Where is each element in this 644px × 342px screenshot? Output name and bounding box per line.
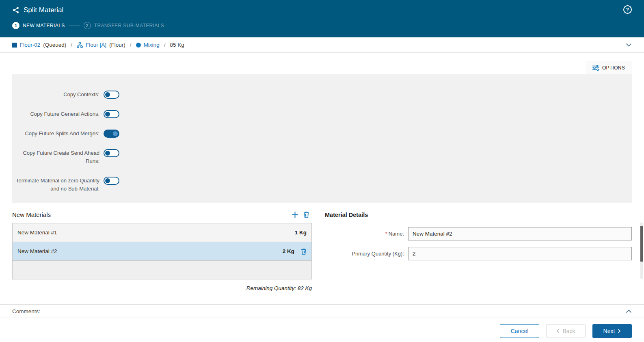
step-state-icon [136, 43, 141, 48]
next-chevron-icon [618, 329, 621, 333]
toggle-knob [105, 151, 110, 156]
terminate-material-toggle[interactable] [104, 177, 119, 185]
details-scrollbar[interactable] [640, 223, 643, 279]
step-label-1: NEW MATERIALS [23, 23, 65, 28]
row-delete-icon[interactable] [301, 248, 307, 255]
name-input[interactable] [408, 227, 632, 240]
toggle-row-copy-future-general-actions: Copy Future General Actions: [12, 110, 632, 118]
help-icon[interactable]: ? [623, 5, 632, 14]
cancel-button[interactable]: Cancel [500, 324, 539, 338]
wizard-steps: 1 NEW MATERIALS 2 TRANSFER SUB-MATERIALS [12, 22, 632, 29]
step-connector [69, 26, 80, 26]
flow-step-link[interactable]: Mixing [144, 42, 160, 48]
new-materials-section: New Materials New Material #1 1 Kg [12, 209, 312, 291]
toggle-label: Terminate Material on zero Quantity and … [12, 177, 99, 193]
copy-future-general-actions-toggle[interactable] [104, 110, 119, 118]
material-details-title: Material Details [325, 212, 632, 218]
options-panel: Copy Contexts: Copy Future General Actio… [12, 74, 632, 203]
breadcrumb-separator: / [130, 42, 132, 48]
cancel-label: Cancel [511, 328, 529, 334]
copy-future-create-send-ahead-toggle[interactable] [104, 149, 119, 157]
product-note: (Flour) [109, 42, 125, 48]
comments-label: Comments: [12, 308, 40, 314]
name-field-label: *Name: [325, 231, 408, 237]
material-state: (Queued) [43, 42, 66, 48]
material-row-empty [13, 261, 311, 279]
new-materials-title: New Materials [12, 211, 51, 218]
toggle-row-copy-future-splits-merges: Copy Future Splits And Merges: [12, 130, 632, 138]
material-row-qty: 2 Kg [283, 248, 294, 254]
material-details-section: Material Details *Name: Primary Quantity… [325, 209, 632, 291]
material-quantity: 85 Kg [170, 42, 184, 48]
add-material-button[interactable] [289, 210, 301, 219]
material-row-name: New Material #1 [17, 229, 57, 236]
remaining-quantity: Remaining Quantity: 82 Kg [12, 285, 312, 291]
material-link[interactable]: Flour-02 [20, 42, 40, 48]
delete-material-button[interactable] [301, 210, 312, 219]
split-share-icon [12, 6, 19, 14]
options-sliders-icon [592, 65, 599, 71]
toggle-row-terminate-material: Terminate Material on zero Quantity and … [12, 177, 632, 193]
toggle-row-copy-future-create-send-ahead: Copy Future Create Send Ahead Runs: [12, 149, 632, 165]
product-link[interactable]: Flour [A] [86, 42, 106, 48]
product-icon [77, 42, 83, 48]
required-asterisk: * [385, 231, 387, 237]
comments-bar: Comments: [0, 304, 644, 318]
breadcrumb: Flour-02 (Queued) / Flour [A] (Flour) / … [0, 37, 644, 53]
toggle-knob [105, 112, 110, 117]
toggle-knob [105, 178, 110, 183]
primary-quantity-field-label: Primary Quantity (Kg): [325, 251, 408, 257]
breadcrumb-collapse-chevron-icon[interactable] [626, 43, 632, 47]
material-square-icon [12, 43, 17, 48]
name-field-row: *Name: [325, 227, 632, 240]
material-row-qty: 1 Kg [295, 229, 307, 236]
copy-contexts-toggle[interactable] [104, 91, 119, 99]
toggle-label: Copy Contexts: [12, 91, 99, 99]
options-tab-label: OPTIONS [602, 65, 625, 71]
next-label: Next [603, 328, 615, 334]
step-new-materials[interactable]: 1 NEW MATERIALS [12, 22, 65, 29]
header: Split Material ? 1 NEW MATERIALS 2 TRANS… [0, 0, 644, 37]
copy-future-splits-merges-toggle[interactable] [104, 130, 119, 138]
details-scrollbar-thumb[interactable] [640, 226, 643, 262]
footer-actions: Cancel Back Next [0, 318, 644, 342]
toggle-label: Copy Future Splits And Merges: [12, 130, 99, 138]
back-label: Back [562, 328, 575, 334]
toggle-label: Copy Future Create Send Ahead Runs: [12, 149, 99, 165]
step-number-1: 1 [12, 22, 19, 29]
next-button[interactable]: Next [592, 324, 632, 338]
back-chevron-icon [556, 329, 560, 333]
toggle-label: Copy Future General Actions: [12, 110, 99, 118]
primary-quantity-field-row: Primary Quantity (Kg): [325, 247, 632, 260]
primary-quantity-input[interactable] [408, 247, 632, 260]
material-row-2[interactable]: New Material #2 2 Kg [13, 242, 311, 261]
options-tab[interactable]: OPTIONS [586, 61, 632, 74]
new-materials-list: New Material #1 1 Kg New Material #2 2 K… [12, 223, 312, 279]
back-button[interactable]: Back [546, 324, 586, 338]
material-row-1[interactable]: New Material #1 1 Kg [13, 223, 311, 242]
step-transfer-sub-materials[interactable]: 2 TRANSFER SUB-MATERIALS [84, 22, 164, 29]
step-number-2: 2 [84, 22, 91, 29]
toggle-knob [113, 131, 118, 136]
breadcrumb-separator: / [164, 42, 166, 48]
toggle-knob [105, 92, 110, 97]
step-label-2: TRANSFER SUB-MATERIALS [94, 23, 164, 28]
toggle-row-copy-contexts: Copy Contexts: [12, 91, 632, 99]
breadcrumb-separator: / [71, 42, 72, 48]
page-title: Split Material [24, 6, 63, 14]
materials-area: New Materials New Material #1 1 Kg [0, 203, 644, 291]
comments-collapse-chevron-icon[interactable] [626, 310, 632, 313]
material-row-name: New Material #2 [17, 248, 57, 254]
